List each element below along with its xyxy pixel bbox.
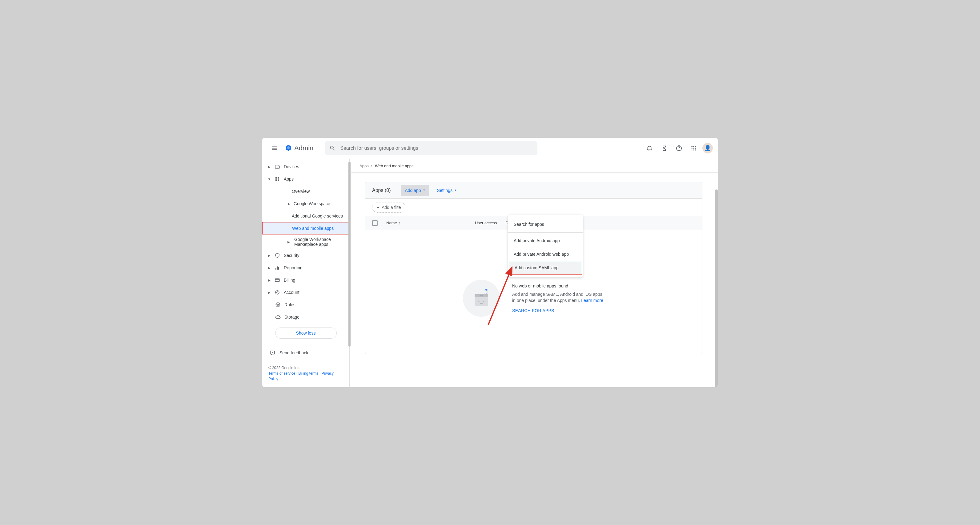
dd-add-private-android-web[interactable]: Add private Android web app [508, 247, 583, 261]
tasks-button[interactable] [658, 142, 670, 154]
search-for-apps-button[interactable]: SEARCH FOR APPS [512, 308, 605, 313]
box-icon [469, 287, 494, 309]
sidebar-item-billing[interactable]: ▶ Billing [262, 274, 349, 286]
help-button[interactable] [673, 142, 685, 154]
apps-icon [274, 177, 281, 182]
sidebar-item-google-workspace[interactable]: ▶ Google Workspace [262, 198, 349, 210]
sidebar-scroll[interactable]: ▶ Devices ▼ Apps Overview [262, 159, 349, 344]
send-feedback-button[interactable]: Send feedback [262, 344, 349, 361]
sidebar-label: Storage [285, 314, 299, 319]
sidebar-label: Additional Google services [292, 214, 343, 219]
left-sidebar: ▶ Devices ▼ Apps Overview [262, 159, 350, 387]
select-all-checkbox[interactable] [372, 220, 378, 226]
svg-point-22 [277, 304, 279, 306]
learn-more-link[interactable]: Learn more [581, 298, 603, 303]
card-title: Apps (0) [372, 188, 391, 193]
sort-asc-icon: ↑ [398, 220, 401, 225]
notifications-button[interactable] [643, 142, 655, 154]
svg-point-8 [693, 149, 694, 150]
col-user-access[interactable]: User access [475, 220, 497, 225]
header-actions: 👤 [643, 142, 713, 154]
copyright-text: © 2022 Google Inc. [268, 365, 343, 371]
caret-right-icon: ▶ [268, 291, 271, 294]
sidebar-item-storage[interactable]: Storage [262, 311, 349, 323]
dd-add-custom-saml[interactable]: Add custom SAML app [509, 261, 582, 274]
svg-rect-15 [278, 179, 279, 181]
top-header: Admin 👤 [262, 138, 718, 159]
at-icon [274, 290, 281, 295]
svg-rect-16 [275, 268, 277, 270]
card-toolbar: Apps (0) Add app ▼ Settings ▼ [365, 182, 702, 199]
sidebar-label: Security [284, 253, 299, 258]
add-app-dropdown: Search for apps Add private Android app … [508, 215, 583, 277]
caret-right-icon: ▶ [268, 254, 271, 257]
svg-rect-18 [278, 267, 279, 270]
chevron-down-icon: ▼ [454, 189, 457, 191]
card-icon [274, 277, 281, 283]
sidebar-label: Devices [284, 164, 299, 169]
sidebar-label: Account [284, 290, 299, 295]
col-name[interactable]: Name ↑ [386, 220, 466, 225]
chart-icon [274, 265, 281, 271]
body-layout: ▶ Devices ▼ Apps Overview [262, 159, 718, 387]
svg-point-7 [692, 149, 692, 150]
feedback-icon [270, 350, 275, 356]
svg-point-9 [695, 149, 696, 150]
search-input[interactable] [340, 145, 533, 151]
add-app-button[interactable]: Add app ▼ [401, 185, 429, 196]
devices-icon [274, 164, 281, 169]
svg-point-6 [695, 148, 696, 148]
dd-search-for-apps[interactable]: Search for apps [508, 217, 583, 231]
caret-down-icon: ▼ [268, 177, 271, 181]
svg-rect-19 [275, 279, 280, 282]
sidebar-item-web-mobile-apps[interactable]: Web and mobile apps [262, 222, 349, 235]
admin-console-window: Admin 👤 ▶ [262, 138, 718, 387]
sidebar-item-devices[interactable]: ▶ Devices [262, 161, 349, 173]
main-scrollbar[interactable] [715, 190, 718, 387]
svg-rect-10 [275, 165, 278, 169]
add-filter-chip[interactable]: + Add a filte [372, 202, 406, 212]
empty-heading: No web or mobile apps found [512, 284, 605, 288]
sidebar-label: Web and mobile apps [292, 226, 334, 231]
terms-link[interactable]: Terms of service [268, 371, 295, 376]
caret-right-icon: ▶ [288, 202, 291, 206]
svg-rect-25 [475, 296, 488, 306]
admin-logo[interactable]: Admin [285, 144, 313, 152]
svg-point-28 [479, 301, 479, 302]
global-search[interactable] [325, 141, 538, 155]
account-avatar[interactable]: 👤 [702, 143, 713, 153]
filter-row: + Add a filte [365, 199, 702, 216]
admin-logo-icon [285, 144, 293, 152]
caret-right-icon: ▶ [268, 279, 271, 282]
menu-button[interactable] [267, 141, 282, 156]
caret-right-icon: ▶ [268, 165, 271, 169]
svg-rect-17 [277, 266, 278, 270]
show-less-button[interactable]: Show less [275, 327, 337, 338]
rules-icon [275, 302, 281, 308]
cloud-icon [275, 314, 281, 320]
settings-button[interactable]: Settings ▼ [433, 185, 461, 196]
svg-rect-24 [485, 288, 488, 291]
svg-point-3 [695, 146, 696, 147]
sidebar-item-rules[interactable]: Rules [262, 298, 349, 311]
empty-text: No web or mobile apps found Add and mana… [512, 284, 605, 313]
sidebar-item-additional-services[interactable]: Additional Google services [262, 210, 349, 222]
search-icon [329, 145, 336, 152]
billing-terms-link[interactable]: Billing terms [298, 371, 318, 376]
empty-body: Add and manage SAML, Android and iOS app… [512, 292, 605, 303]
sidebar-item-overview[interactable]: Overview [262, 185, 349, 198]
sidebar-item-apps[interactable]: ▼ Apps [262, 173, 349, 185]
dd-add-private-android[interactable]: Add private Android app [508, 234, 583, 247]
bell-icon [646, 145, 653, 152]
sidebar-item-security[interactable]: ▶ Security [262, 249, 349, 262]
apps-launcher-button[interactable] [687, 142, 700, 154]
breadcrumb-root[interactable]: Apps [360, 164, 369, 168]
chevron-right-icon: › [371, 164, 372, 168]
svg-point-29 [484, 301, 484, 302]
hamburger-icon [271, 145, 278, 152]
sidebar-item-marketplace-apps[interactable]: ▶ Google Workspace Marketplace apps [262, 235, 349, 249]
sidebar-item-reporting[interactable]: ▶ Reporting [262, 262, 349, 274]
sidebar-item-account[interactable]: ▶ Account [262, 286, 349, 298]
caret-right-icon: ▶ [268, 266, 271, 270]
apps-grid-icon [690, 145, 697, 151]
